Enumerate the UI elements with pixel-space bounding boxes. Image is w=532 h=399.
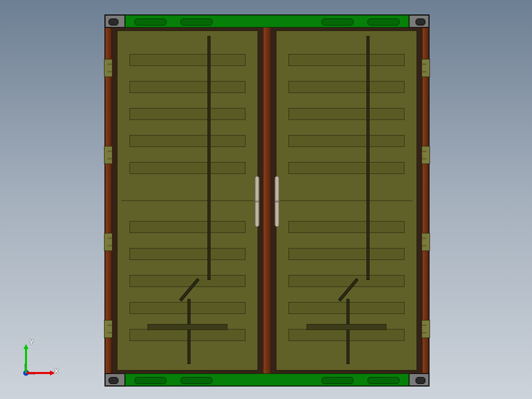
corner-casting-top-right xyxy=(409,15,429,28)
door-left-lockbar-foot xyxy=(188,299,190,364)
door-right-rib xyxy=(288,108,404,120)
door-left-rib xyxy=(130,221,246,233)
door-right-rib xyxy=(288,275,404,287)
corner-casting-bottom-left xyxy=(105,374,125,386)
door-right-rib xyxy=(288,54,404,66)
cad-3d-viewport[interactable]: X Y xyxy=(0,0,532,399)
door-left-rib xyxy=(130,108,246,120)
door-left-rib xyxy=(130,135,246,147)
door-left-lockbar xyxy=(208,36,210,280)
corner-casting-bottom-right xyxy=(409,374,429,386)
triad-y-label: Y xyxy=(29,338,34,346)
door-right-rib xyxy=(288,221,404,233)
triad-x-label: X xyxy=(54,367,58,375)
door-left-rib xyxy=(130,275,246,287)
door-left-latch-slot xyxy=(148,324,228,330)
view-orientation-triad[interactable]: X Y xyxy=(15,339,60,384)
door-right-latch-slot xyxy=(306,324,386,330)
door-left-rib xyxy=(130,54,246,66)
door-left-handle[interactable] xyxy=(254,176,260,227)
door-right-handle[interactable] xyxy=(274,176,280,227)
door-left-rib xyxy=(130,81,246,93)
door-right-rib xyxy=(288,248,404,260)
corner-casting-top-left xyxy=(105,15,125,28)
frame-top-rail xyxy=(125,15,409,28)
door-left xyxy=(117,30,258,370)
door-right-rib xyxy=(288,135,404,147)
door-left-rib xyxy=(130,248,246,260)
container-doors xyxy=(112,28,422,374)
svg-marker-1 xyxy=(24,344,28,349)
door-left-rib xyxy=(130,162,246,174)
door-right-lockbar xyxy=(366,36,370,280)
door-right-rib xyxy=(288,162,404,174)
frame-bottom-rail xyxy=(125,374,409,386)
shipping-container-front-view xyxy=(104,14,430,386)
door-right xyxy=(276,30,417,370)
center-mullion xyxy=(263,28,271,374)
door-right-rib xyxy=(288,81,404,93)
door-right-lockbar-foot xyxy=(346,299,350,364)
